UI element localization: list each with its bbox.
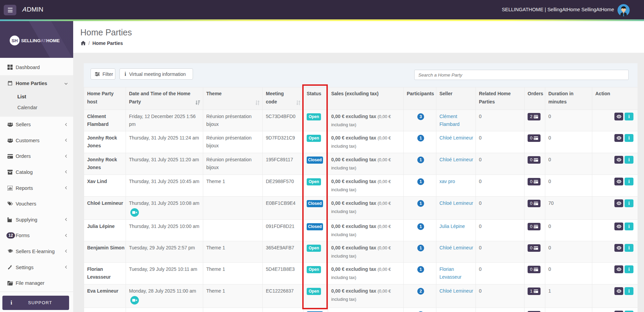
svg-text:SH: SH: [12, 38, 18, 43]
svg-text:SELLINGATHOME: SELLINGATHOME: [21, 38, 60, 43]
